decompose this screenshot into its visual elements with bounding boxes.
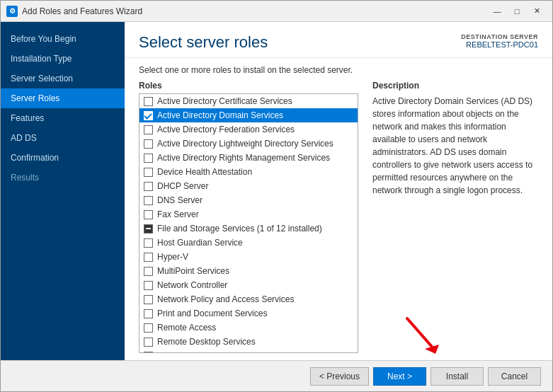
roles-list-container[interactable]: Active Directory Certificate ServicesAct…: [139, 93, 358, 353]
role-checkbox[interactable]: [144, 323, 153, 333]
role-label: Active Directory Domain Services: [157, 110, 283, 120]
role-checkbox[interactable]: [144, 338, 153, 347]
destination-label: DESTINATION SERVER: [461, 33, 538, 40]
role-item[interactable]: Remote Access: [139, 321, 358, 335]
role-item[interactable]: Active Directory Domain Services: [139, 108, 358, 122]
role-item[interactable]: Network Controller: [139, 278, 358, 292]
role-item[interactable]: Device Health Attestation: [139, 165, 358, 179]
role-item[interactable]: Active Directory Lightweight Directory S…: [139, 137, 358, 151]
role-checkbox[interactable]: [144, 281, 153, 290]
main-window: ⚙ Add Roles and Features Wizard — □ ✕ Be…: [0, 0, 553, 392]
cancel-button[interactable]: Cancel: [488, 367, 541, 386]
role-label: Active Directory Lightweight Directory S…: [157, 139, 333, 149]
role-checkbox[interactable]: [144, 196, 153, 205]
role-checkbox[interactable]: [144, 139, 153, 149]
role-label: Remote Access: [157, 323, 216, 333]
sidebar-item-confirmation[interactable]: Confirmation: [1, 148, 125, 168]
page-title: Select server roles: [139, 33, 268, 52]
sidebar-item-before-you-begin[interactable]: Before You Begin: [1, 29, 125, 49]
close-button[interactable]: ✕: [527, 4, 547, 18]
role-label: Network Controller: [157, 280, 227, 290]
role-checkbox[interactable]: [144, 154, 153, 163]
role-item[interactable]: Active Directory Certificate Services: [139, 94, 358, 108]
role-item[interactable]: Host Guardian Service: [139, 236, 358, 250]
minimize-button[interactable]: —: [487, 4, 507, 18]
roles-column-header: Roles: [139, 81, 358, 91]
role-label: Active Directory Rights Management Servi…: [157, 153, 330, 163]
role-item[interactable]: Remote Desktop Services: [139, 335, 358, 349]
sidebar-item-results: Results: [1, 168, 125, 188]
roles-list: Active Directory Certificate ServicesAct…: [139, 94, 358, 353]
role-checkbox[interactable]: [144, 182, 153, 191]
role-checkbox[interactable]: [144, 168, 153, 177]
sidebar-item-server-selection[interactable]: Server Selection: [1, 69, 125, 88]
role-checkbox[interactable]: [144, 111, 153, 120]
role-label: Print and Document Services: [157, 309, 267, 318]
role-checkbox[interactable]: [144, 224, 153, 234]
role-item[interactable]: MultiPoint Services: [139, 264, 358, 278]
main-content: Before You Begin Installation Type Serve…: [1, 22, 552, 360]
role-item[interactable]: Active Directory Rights Management Servi…: [139, 151, 358, 165]
role-checkbox[interactable]: [144, 295, 153, 304]
role-label: Device Health Attestation: [157, 167, 252, 177]
description-header: Description: [372, 81, 538, 91]
role-item[interactable]: Print and Document Services: [139, 306, 358, 321]
titlebar-controls: — □ ✕: [487, 4, 547, 18]
role-label: Volume Activation Services: [157, 351, 259, 353]
sidebar-item-features[interactable]: Features: [1, 108, 125, 128]
role-item[interactable]: Fax Server: [139, 207, 358, 221]
role-checkbox[interactable]: [144, 97, 153, 106]
role-label: Active Directory Certificate Services: [157, 96, 292, 106]
sidebar-item-server-roles[interactable]: Server Roles: [1, 88, 125, 108]
role-label: Active Directory Federation Services: [157, 125, 295, 134]
role-checkbox[interactable]: [144, 253, 153, 262]
app-icon: ⚙: [6, 6, 18, 17]
sidebar-item-installation-type[interactable]: Installation Type: [1, 49, 125, 69]
role-checkbox[interactable]: [144, 309, 153, 318]
role-item[interactable]: Hyper-V: [139, 250, 358, 264]
role-label: File and Storage Services (1 of 12 insta…: [157, 224, 322, 234]
sidebar-item-ad-ds[interactable]: AD DS: [1, 128, 125, 148]
destination-server: REBELTEST-PDC01: [461, 40, 538, 49]
role-checkbox[interactable]: [144, 267, 153, 276]
role-label: Network Policy and Access Services: [157, 294, 294, 304]
role-item[interactable]: File and Storage Services (1 of 12 insta…: [139, 221, 358, 236]
role-label: MultiPoint Services: [157, 266, 229, 276]
next-button[interactable]: Next >: [373, 367, 426, 386]
role-item[interactable]: Volume Activation Services: [139, 349, 358, 353]
role-item[interactable]: Network Policy and Access Services: [139, 292, 358, 306]
footer: < Previous Next > Install Cancel: [1, 360, 552, 391]
header-area: Select server roles DESTINATION SERVER R…: [125, 22, 552, 58]
roles-area: Roles Active Directory Certificate Servi…: [139, 81, 538, 353]
instruction-text: Select one or more roles to install on t…: [139, 65, 538, 75]
content-area: Select server roles DESTINATION SERVER R…: [125, 22, 552, 360]
role-item[interactable]: DNS Server: [139, 193, 358, 207]
body-area: Select one or more roles to install on t…: [125, 58, 552, 360]
roles-panel: Roles Active Directory Certificate Servi…: [139, 81, 358, 353]
role-label: Remote Desktop Services: [157, 337, 256, 347]
role-label: Fax Server: [157, 209, 199, 219]
destination-info: DESTINATION SERVER REBELTEST-PDC01: [461, 33, 538, 49]
role-label: DNS Server: [157, 195, 203, 205]
window-title: Add Roles and Features Wizard: [22, 6, 487, 16]
previous-button[interactable]: < Previous: [310, 367, 369, 386]
sidebar: Before You Begin Installation Type Serve…: [1, 22, 125, 360]
install-button[interactable]: Install: [431, 367, 484, 386]
role-item[interactable]: DHCP Server: [139, 179, 358, 193]
description-panel: Description Active Directory Domain Serv…: [369, 81, 538, 353]
role-label: Hyper-V: [157, 252, 188, 262]
maximize-button[interactable]: □: [507, 4, 527, 18]
role-checkbox[interactable]: [144, 352, 153, 354]
role-label: Host Guardian Service: [157, 238, 243, 248]
role-checkbox[interactable]: [144, 210, 153, 219]
role-label: DHCP Server: [157, 181, 208, 191]
role-checkbox[interactable]: [144, 125, 153, 134]
role-checkbox[interactable]: [144, 238, 153, 248]
role-item[interactable]: Active Directory Federation Services: [139, 122, 358, 137]
description-text: Active Directory Domain Services (AD DS)…: [372, 95, 538, 197]
titlebar: ⚙ Add Roles and Features Wizard — □ ✕: [1, 1, 552, 22]
